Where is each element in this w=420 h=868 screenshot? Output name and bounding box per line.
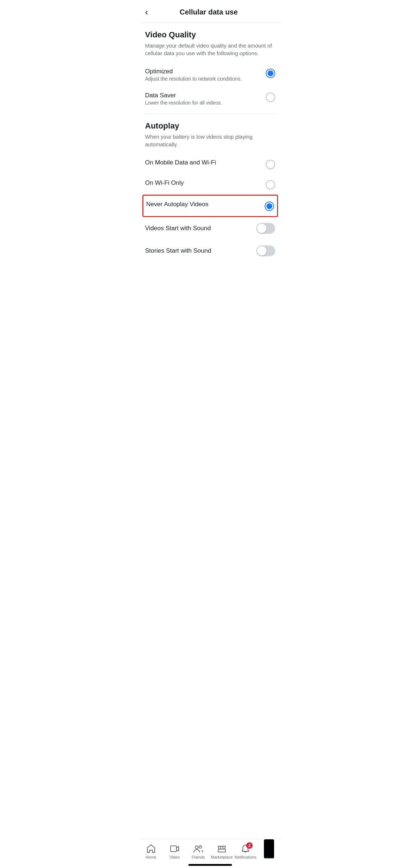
- section-divider-1: [145, 114, 275, 114]
- autoplay-title: Autoplay: [145, 121, 275, 131]
- toggle-videos-sound-label: Videos Start with Sound: [145, 225, 211, 232]
- option-wifi-only-label: On Wi-Fi Only: [145, 179, 266, 187]
- option-data-saver[interactable]: Data Saver Lower the resolution for all …: [145, 87, 275, 111]
- toggle-videos-sound-switch[interactable]: [256, 223, 275, 234]
- option-never-autoplay-radio[interactable]: [265, 201, 274, 211]
- video-quality-desc: Manage your default video quality and th…: [145, 42, 275, 57]
- toggle-stories-sound[interactable]: Stories Start with Sound: [145, 240, 275, 262]
- video-quality-title: Video Quality: [145, 30, 275, 40]
- option-mobile-wifi[interactable]: On Mobile Data and Wi-Fi: [145, 154, 275, 174]
- header: ‹ Cellular data use: [139, 0, 281, 23]
- option-wifi-only-radio[interactable]: [266, 180, 275, 190]
- option-optimized-label: Optimized: [145, 68, 266, 75]
- back-button[interactable]: ‹: [145, 6, 151, 18]
- option-optimized[interactable]: Optimized Adjust the resolution to netwo…: [145, 63, 275, 87]
- option-data-saver-label: Data Saver: [145, 92, 266, 99]
- autoplay-desc: When your battery is low videos stop pla…: [145, 133, 275, 148]
- option-mobile-wifi-label: On Mobile Data and Wi-Fi: [145, 159, 266, 166]
- option-optimized-radio[interactable]: [266, 69, 275, 78]
- page-title: Cellular data use: [151, 8, 266, 16]
- option-data-saver-sublabel: Lower the resolution for all videos.: [145, 100, 266, 106]
- toggle-stories-sound-switch[interactable]: [256, 245, 275, 256]
- option-data-saver-radio[interactable]: [266, 93, 275, 102]
- option-never-autoplay[interactable]: Never Autoplay Videos: [142, 195, 278, 217]
- main-content: Video Quality Manage your default video …: [139, 30, 281, 262]
- option-wifi-only[interactable]: On Wi-Fi Only: [145, 174, 275, 195]
- option-optimized-sublabel: Adjust the resolution to network conditi…: [145, 76, 266, 82]
- option-mobile-wifi-radio[interactable]: [266, 160, 275, 169]
- toggle-videos-sound[interactable]: Videos Start with Sound: [145, 217, 275, 240]
- toggle-stories-sound-label: Stories Start with Sound: [145, 247, 211, 254]
- option-never-autoplay-label: Never Autoplay Videos: [146, 201, 265, 208]
